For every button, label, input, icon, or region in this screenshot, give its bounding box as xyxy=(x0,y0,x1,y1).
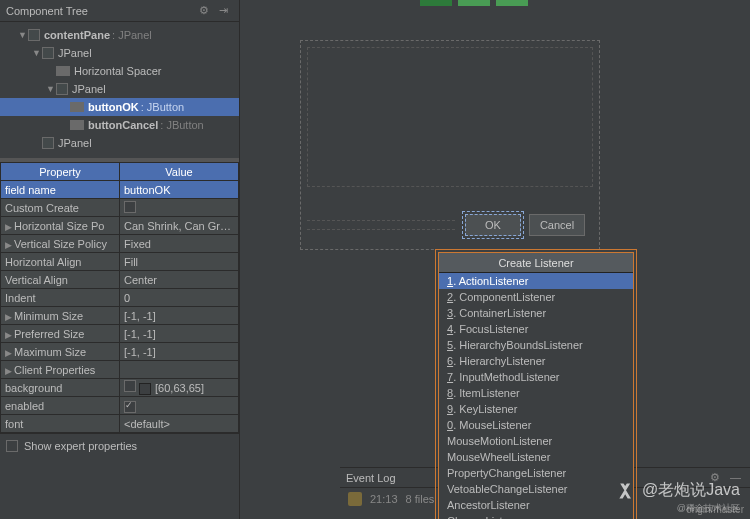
popup-item[interactable]: 1. ActionListener xyxy=(439,273,633,289)
event-log-title: Event Log xyxy=(346,472,396,484)
horizontal-spacer[interactable] xyxy=(307,220,455,230)
tree-row[interactable]: buttonOK: JButton xyxy=(0,98,239,116)
property-name: background xyxy=(1,379,120,397)
component-icon xyxy=(70,120,84,130)
property-name: Indent xyxy=(1,289,120,307)
popup-item[interactable]: 3. ContainerListener xyxy=(439,305,633,321)
event-msg: 8 files xyxy=(406,493,435,505)
tree-checkbox[interactable] xyxy=(42,137,54,149)
cancel-button[interactable]: Cancel xyxy=(529,214,585,236)
tree-type: : JButton xyxy=(160,119,203,131)
popup-item[interactable]: 8. ItemListener xyxy=(439,385,633,401)
watermark-sub: @稀金技术社区 xyxy=(677,502,740,515)
property-value[interactable]: [-1, -1] xyxy=(120,325,239,343)
property-row[interactable]: font<default> xyxy=(1,415,239,433)
checkbox[interactable] xyxy=(124,201,136,213)
property-row[interactable]: Vertical AlignCenter xyxy=(1,271,239,289)
tree-row[interactable]: ▼contentPane: JPanel xyxy=(0,26,239,44)
popup-item[interactable]: 0. MouseListener xyxy=(439,417,633,433)
popup-item[interactable]: MouseMotionListener xyxy=(439,433,633,449)
tree-label: JPanel xyxy=(58,137,92,149)
gear-icon[interactable]: ⚙ xyxy=(199,4,213,18)
tree-label: JPanel xyxy=(72,83,106,95)
property-value[interactable]: buttonOK xyxy=(120,181,239,199)
property-row[interactable]: ▶Preferred Size[-1, -1] xyxy=(1,325,239,343)
panel-title: Component Tree xyxy=(6,5,88,17)
property-name: enabled xyxy=(1,397,120,415)
property-row[interactable]: ▶Maximum Size[-1, -1] xyxy=(1,343,239,361)
col-value: Value xyxy=(120,163,239,181)
property-value[interactable]: 0 xyxy=(120,289,239,307)
tree-label: JPanel xyxy=(58,47,92,59)
property-row[interactable]: ▶Vertical Size PolicyFixed xyxy=(1,235,239,253)
show-expert-checkbox[interactable] xyxy=(6,440,18,452)
property-value[interactable] xyxy=(120,199,239,217)
popup-item[interactable]: 9. KeyListener xyxy=(439,401,633,417)
ok-button[interactable]: OK xyxy=(465,214,521,236)
popup-title: Create Listener xyxy=(439,253,633,273)
popup-item[interactable]: MouseWheelListener xyxy=(439,449,633,465)
property-row[interactable]: background [60,63,65] xyxy=(1,379,239,397)
popup-item[interactable]: 5. HierarchyBoundsListener xyxy=(439,337,633,353)
event-time: 21:13 xyxy=(370,493,398,505)
property-value[interactable]: [60,63,65] xyxy=(120,379,239,397)
checkbox[interactable] xyxy=(124,401,136,413)
popup-item[interactable]: 6. HierarchyListener xyxy=(439,353,633,369)
property-row[interactable]: field namebuttonOK xyxy=(1,181,239,199)
popup-item[interactable]: ChangeListener xyxy=(439,513,633,519)
popup-item[interactable]: AncestorListener xyxy=(439,497,633,513)
tree-row[interactable]: Horizontal Spacer xyxy=(0,62,239,80)
popup-item[interactable]: VetoableChangeListener xyxy=(439,481,633,497)
property-value[interactable]: <default> xyxy=(120,415,239,433)
popup-item[interactable]: PropertyChangeListener xyxy=(439,465,633,481)
property-value[interactable]: Fill xyxy=(120,253,239,271)
collapse-icon[interactable]: ⇥ xyxy=(219,4,233,18)
popup-item[interactable]: 2. ComponentListener xyxy=(439,289,633,305)
property-row[interactable]: Custom Create xyxy=(1,199,239,217)
property-name: ▶Client Properties xyxy=(1,361,120,379)
create-listener-popup: Create Listener 1. ActionListener2. Comp… xyxy=(438,252,634,519)
property-name: ▶Preferred Size xyxy=(1,325,120,343)
show-expert-row[interactable]: Show expert properties xyxy=(0,433,239,458)
property-row[interactable]: ▶Horizontal Size PoCan Shrink, Can Gr… xyxy=(1,217,239,235)
property-name: ▶Vertical Size Policy xyxy=(1,235,120,253)
panel-header: Component Tree ⚙ ⇥ xyxy=(0,0,239,22)
property-value[interactable]: [-1, -1] xyxy=(120,307,239,325)
tree-row[interactable]: JPanel xyxy=(0,134,239,152)
property-name: Horizontal Align xyxy=(1,253,120,271)
button-row: OK Cancel xyxy=(307,211,593,239)
tree-row[interactable]: ▼JPanel xyxy=(0,80,239,98)
property-row[interactable]: Horizontal AlignFill xyxy=(1,253,239,271)
form-inner-panel[interactable] xyxy=(307,47,593,187)
tree-label: contentPane xyxy=(44,29,110,41)
property-value[interactable]: Center xyxy=(120,271,239,289)
tree-type: : JPanel xyxy=(112,29,152,41)
color-swatch xyxy=(139,383,151,395)
component-tree[interactable]: ▼contentPane: JPanel▼JPanelHorizontal Sp… xyxy=(0,22,239,156)
tree-row[interactable]: ▼JPanel xyxy=(0,44,239,62)
property-value[interactable]: [-1, -1] xyxy=(120,343,239,361)
property-row[interactable]: ▶Client Properties xyxy=(1,361,239,379)
checkbox[interactable] xyxy=(124,380,136,392)
property-value[interactable]: Can Shrink, Can Gr… xyxy=(120,217,239,235)
property-row[interactable]: ▶Minimum Size[-1, -1] xyxy=(1,307,239,325)
property-value[interactable] xyxy=(120,397,239,415)
property-value[interactable] xyxy=(120,361,239,379)
popup-item[interactable]: 7. InputMethodListener xyxy=(439,369,633,385)
show-expert-label: Show expert properties xyxy=(24,440,137,452)
tree-row[interactable]: buttonCancel: JButton xyxy=(0,116,239,134)
tree-label: buttonCancel xyxy=(88,119,158,131)
property-name: Custom Create xyxy=(1,199,120,217)
property-value[interactable]: Fixed xyxy=(120,235,239,253)
popup-item[interactable]: 4. FocusListener xyxy=(439,321,633,337)
marker xyxy=(458,0,490,6)
tree-checkbox[interactable] xyxy=(28,29,40,41)
property-table[interactable]: Property Value field namebuttonOKCustom … xyxy=(0,162,239,433)
tree-label: Horizontal Spacer xyxy=(74,65,161,77)
property-row[interactable]: enabled xyxy=(1,397,239,415)
tree-checkbox[interactable] xyxy=(56,83,68,95)
tree-checkbox[interactable] xyxy=(42,47,54,59)
form-canvas[interactable]: OK Cancel xyxy=(300,40,600,250)
property-row[interactable]: Indent0 xyxy=(1,289,239,307)
property-name: ▶Minimum Size xyxy=(1,307,120,325)
